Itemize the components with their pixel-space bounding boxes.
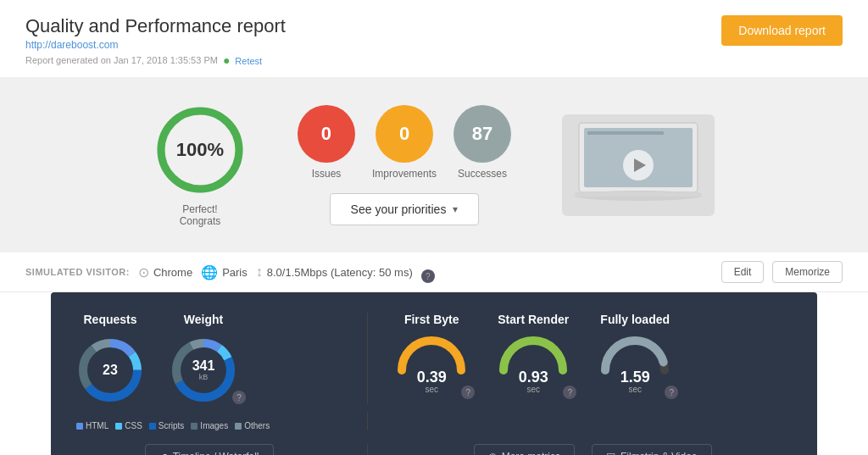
chrome-icon: ⊙ (138, 264, 149, 280)
chevron-down-icon: ▾ (453, 203, 458, 215)
memorize-button[interactable]: Memorize (772, 261, 843, 283)
film-icon: ▤ (606, 451, 615, 455)
filmstrip-video-button[interactable]: ▤ Filmstrip & Video (592, 444, 711, 455)
visitor-location: 🌐 Paris (201, 264, 248, 280)
play-button[interactable] (623, 150, 654, 180)
start-render-help-icon[interactable]: ? (563, 386, 576, 399)
first-byte-value: 0.39 (417, 369, 447, 385)
page-title: Quality and Performance report (25, 15, 286, 37)
fully-loaded-unit: sec (620, 385, 650, 394)
score-percent: 100% (176, 139, 224, 160)
connection-icon: ↕ (256, 264, 263, 280)
fully-loaded-metric: Fully loaded 1.59 sec (597, 313, 673, 396)
successes-label: Successes (458, 168, 507, 180)
requests-title: Requests (83, 313, 136, 326)
fully-loaded-value: 1.59 (620, 369, 650, 385)
weight-metric: Weight (170, 313, 237, 404)
first-byte-donut: 0.39 sec (393, 336, 470, 396)
score-circle-wrap: 100% Perfect! Congrats (153, 103, 247, 227)
report-generated-text: Report generated on Jan 17, 2018 1:35:53… (25, 55, 218, 65)
more-metrics-button[interactable]: ◷ More metrics (474, 444, 575, 455)
metrics-legend: HTML CSS Scripts Images (76, 421, 342, 430)
improvements-bubble: 0 Improvements (372, 105, 437, 180)
metrics-panel: Requests (51, 292, 817, 455)
legend-html: HTML (76, 421, 108, 430)
issues-count: 0 (298, 105, 355, 163)
clock-icon: ◷ (488, 451, 497, 455)
weight-unit: kB (192, 373, 215, 381)
first-byte-metric: First Byte 0.39 sec (393, 313, 470, 396)
timeline-waterfall-button[interactable]: ↗ Timeline / Waterfall (145, 444, 274, 455)
globe-icon: 🌐 (201, 264, 218, 280)
score-label: Perfect! Congrats (180, 203, 221, 227)
retest-dot-icon: ● (223, 53, 230, 67)
svg-rect-4 (587, 131, 664, 135)
fully-loaded-help-icon[interactable]: ? (665, 386, 678, 399)
edit-button[interactable]: Edit (721, 261, 765, 283)
start-render-value: 0.93 (519, 369, 548, 385)
start-render-donut: 0.93 sec (495, 336, 571, 396)
download-report-button[interactable]: Download report (721, 15, 843, 46)
start-render-unit: sec (519, 385, 548, 394)
see-priorities-button[interactable]: See your priorities ▾ (330, 193, 480, 225)
weight-title: Weight (184, 313, 223, 326)
requests-metric: Requests (76, 313, 144, 404)
start-render-title: Start Render (498, 313, 569, 326)
fully-loaded-title: Fully loaded (600, 313, 670, 326)
retest-link[interactable]: Retest (235, 56, 262, 66)
start-render-metric: Start Render 0.93 sec (495, 313, 571, 396)
visitor-connection: ↕ 8.0/1.5Mbps (Latency: 50 ms) (256, 264, 413, 280)
svg-rect-9 (575, 192, 702, 197)
video-thumbnail[interactable] (562, 114, 715, 216)
score-circle: 100% (153, 103, 247, 197)
visitor-browser: ⊙ Chrome (138, 264, 192, 280)
requests-donut: 23 (76, 336, 144, 404)
first-byte-unit: sec (417, 385, 447, 394)
issues-label: Issues (312, 168, 342, 180)
stats-bubbles: 0 Issues 0 Improvements 87 Successes (298, 105, 511, 180)
successes-bubble: 87 Successes (453, 105, 511, 180)
legend-css: CSS (115, 421, 142, 430)
legend-images: Images (191, 421, 228, 430)
first-byte-title: First Byte (404, 313, 459, 326)
visitor-bar: SIMULATED VISITOR: ⊙ Chrome 🌐 Paris ↕ 8.… (0, 252, 868, 292)
issues-bubble: 0 Issues (298, 105, 355, 180)
first-byte-help-icon[interactable]: ? (461, 386, 475, 399)
requests-value: 23 (103, 363, 118, 377)
svg-rect-7 (587, 148, 630, 151)
legend-others: Others (235, 421, 270, 430)
svg-rect-5 (587, 138, 638, 141)
improvements-count: 0 (376, 105, 433, 163)
weight-help-icon[interactable]: ? (232, 391, 246, 404)
visitor-bar-label: SIMULATED VISITOR: (25, 267, 130, 277)
improvements-label: Improvements (372, 168, 437, 180)
weight-value: 341 (192, 359, 215, 373)
fully-loaded-donut: 1.59 sec (597, 336, 673, 396)
legend-scripts: Scripts (149, 421, 185, 430)
svg-rect-6 (587, 143, 651, 146)
timeline-icon: ↗ (159, 451, 168, 455)
site-url-link[interactable]: http://dareboost.com (25, 39, 286, 51)
weight-donut: 341 kB (170, 336, 237, 404)
help-icon[interactable]: ? (421, 269, 435, 283)
successes-count: 87 (453, 105, 511, 163)
